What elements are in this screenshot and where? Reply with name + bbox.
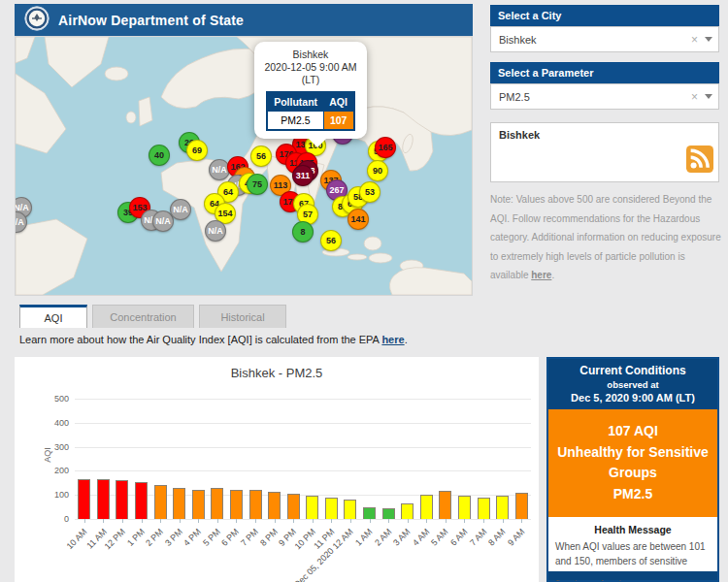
chart-x-tick-label: 3 PM (163, 527, 184, 548)
aqi-marker[interactable]: 311 (292, 165, 314, 186)
chart-x-tick (293, 519, 294, 523)
aqi-marker[interactable]: 56 (250, 146, 272, 167)
chart-x-tick-label: 1 PM (125, 527, 147, 548)
chart-bar (211, 488, 223, 519)
aqi-marker[interactable]: 69 (186, 140, 208, 161)
learn-more-text: Learn more about how the Air Quality Ind… (19, 334, 408, 345)
parameter-select[interactable]: PM2.5 × (490, 83, 719, 110)
chart-x-tick-label: 4 AM (411, 527, 432, 548)
chart-x-tick (370, 519, 371, 523)
parameter-clear-icon[interactable]: × (684, 90, 705, 104)
chart-y-tick-label: 500 (42, 394, 69, 404)
chart-bar (135, 482, 148, 519)
city-panel: Select a City Bishkek × (490, 5, 719, 52)
aqi-marker[interactable]: 141 (347, 209, 369, 230)
chart-x-tick (521, 519, 522, 523)
chart-x-tick (142, 519, 143, 523)
chart-gridline (75, 399, 531, 400)
chart-bar (154, 485, 167, 519)
health-message-title: Health Message (555, 524, 711, 535)
chart-x-tick-label: 8 PM (258, 527, 280, 548)
chart-x-tick-label: 7 AM (468, 527, 489, 548)
chart-gridline (75, 447, 531, 448)
learn-more-suffix: . (405, 334, 408, 345)
parameter-dropdown-caret-icon[interactable] (705, 94, 712, 99)
aqi-marker[interactable]: 165 (375, 137, 396, 158)
aqi-marker[interactable]: 8 (292, 221, 314, 242)
city-dropdown-caret-icon[interactable] (705, 37, 712, 42)
tab-aqi[interactable]: AQI (19, 305, 87, 328)
chart-x-tick-label: 5 PM (201, 527, 222, 548)
chart-x-tick-label: 5 AM (429, 527, 450, 548)
chart-bar (230, 490, 243, 519)
current-conditions-subtitle: observed at (552, 379, 713, 390)
current-conditions-datetime: Dec 5, 2020 9:00 AM (LT) (552, 392, 713, 404)
chart-x-tick-label: 9 AM (506, 527, 527, 548)
chart-x-tick (236, 519, 237, 523)
city-select[interactable]: Bishkek × (490, 26, 719, 52)
city-select-value: Bishkek (499, 34, 684, 46)
current-conditions-header: Current Conditions observed at Dec 5, 20… (548, 359, 717, 409)
chart-x-tick (388, 519, 389, 523)
aqi-marker[interactable]: N/A (205, 220, 226, 242)
current-aqi-value: 107 AQI (554, 421, 711, 442)
chart-panel: Bishkek - PM2.5 AQI 010020030040050010 A… (15, 357, 539, 582)
chart-x-tick-label: 2 PM (144, 527, 165, 548)
tab-concentration[interactable]: Concentration (92, 305, 194, 328)
chart-bar (173, 488, 185, 519)
chart-x-tick (331, 519, 332, 523)
chart-bar (363, 507, 376, 519)
chart-y-tick-label: 400 (42, 418, 69, 428)
aqi-marker[interactable]: 40 (149, 145, 170, 166)
chart-bar (249, 490, 262, 519)
world-map[interactable]: 402669N/AN/A39153N/AN/AN/A56N/A162104N/A… (15, 36, 473, 296)
chart-bar (382, 508, 395, 519)
chart-bar (344, 500, 356, 519)
popup-timezone: (LT) (259, 74, 362, 86)
rss-icon[interactable] (686, 146, 713, 177)
app-title: AirNow Department of State (58, 13, 244, 28)
aqi-marker[interactable]: 75 (247, 174, 268, 195)
chart-x-tick (217, 519, 218, 523)
note-suffix: . (551, 270, 554, 280)
current-aqi-pollutant: PM2.5 (554, 484, 711, 505)
map-popup: Bishkek 2020-12-05 9:00 AM (LT) Pollutan… (254, 42, 367, 139)
parameter-select-value: PM2.5 (499, 91, 684, 103)
city-clear-icon[interactable]: × (684, 33, 705, 47)
chart-bar (496, 496, 509, 519)
chart-x-tick-label: 1 AM (353, 527, 375, 548)
note-here-link[interactable]: here (531, 270, 551, 280)
chart-x-tick (160, 519, 161, 523)
popup-datetime: 2020-12-05 9:00 AM (259, 61, 362, 74)
chart-title: Bishkek - PM2.5 (15, 357, 539, 380)
chart-x-tick (464, 519, 465, 523)
feed-box-text: Bishkek (491, 123, 718, 141)
aqi-marker[interactable]: N/A (170, 199, 191, 220)
chart-bar (97, 479, 110, 519)
chart-x-tick (255, 519, 256, 523)
chart-x-tick-label: 10 AM (65, 527, 89, 551)
chart-bar (420, 495, 433, 519)
aqi-marker[interactable]: 53 (359, 181, 381, 203)
note-text: Note: Values above 500 are considered Be… (490, 194, 721, 280)
popup-city: Bishkek (259, 48, 362, 61)
dos-seal-logo (24, 6, 50, 35)
chart-x-tick (84, 519, 85, 523)
chart-x-tick (426, 519, 427, 523)
chart-bar (458, 496, 471, 519)
learn-more-here-link[interactable]: here (381, 334, 404, 345)
chart-bar (401, 503, 414, 519)
chart-x-tick-label: 8 AM (486, 527, 508, 548)
chart-x-tick-label: 10 PM (292, 527, 316, 551)
tab-historical[interactable]: Historical (199, 305, 286, 328)
aqi-marker[interactable]: 90 (367, 160, 388, 181)
chart-x-tick-label: 6 AM (448, 527, 470, 548)
chart-x-tick (350, 519, 351, 523)
aqi-marker[interactable]: 56 (320, 230, 342, 251)
chart-bar (287, 494, 300, 519)
chart-bar (268, 492, 281, 519)
chart-bar (325, 498, 338, 519)
current-conditions-panel: Current Conditions observed at Dec 5, 20… (546, 357, 719, 582)
feed-box[interactable]: Bishkek (490, 122, 719, 182)
popup-col-pollutant: Pollutant (267, 92, 323, 112)
